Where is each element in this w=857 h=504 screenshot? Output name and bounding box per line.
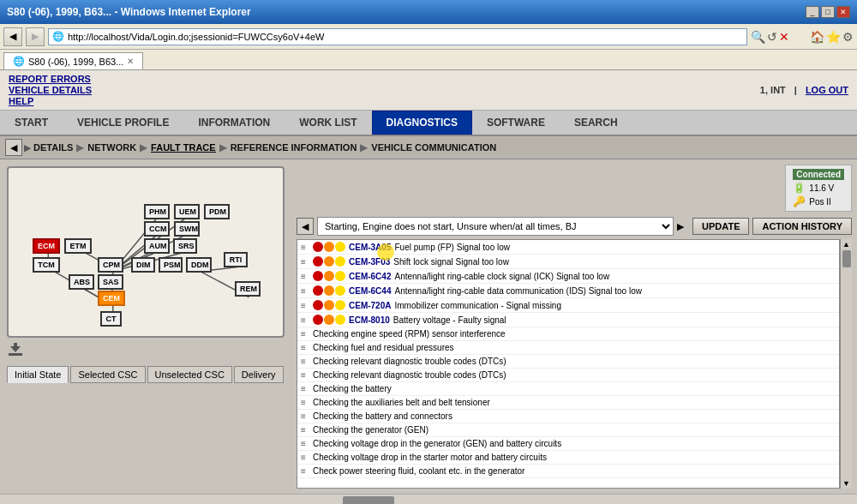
key-icon: 🔑 — [793, 195, 806, 207]
close-button[interactable]: ✕ — [836, 6, 850, 18]
fault-list-item[interactable]: ≡Checking engine speed (RPM) sensor inte… — [297, 327, 839, 341]
forward-button[interactable]: ▶ — [26, 27, 45, 46]
bottom-scrollbar[interactable] — [0, 494, 857, 504]
uem-node[interactable]: UEM — [174, 204, 200, 219]
tab-close-button[interactable]: ✕ — [127, 57, 134, 66]
sub-nav-reference[interactable]: REFERENCE INFORMATION — [231, 142, 357, 153]
condition-prev-button[interactable]: ◀ — [297, 218, 314, 235]
error-icon-yellow — [335, 271, 345, 281]
swm-node[interactable]: SWM — [174, 221, 200, 237]
abs-node[interactable]: ABS — [69, 274, 94, 290]
main-nav: START VEHICLE PROFILE INFORMATION WORK L… — [0, 111, 857, 136]
fault-list-item[interactable]: ≡ CEM-3F03 Shift lock signal Signal too … — [297, 255, 839, 269]
condition-select[interactable]: Starting, Engine does not start, Unsure … — [317, 217, 674, 236]
minimize-button[interactable]: _ — [806, 6, 819, 18]
connected-status: Connected 🔋 11.6 V 🔑 Pos II — [785, 165, 852, 212]
logout-link[interactable]: LOG OUT — [806, 85, 848, 95]
scroll-down-button[interactable]: ▼ — [842, 479, 850, 488]
fault-list-item[interactable]: ≡ CEM-6C42 Antenna/light ring-cable cloc… — [297, 269, 839, 284]
cem-node[interactable]: CEM — [98, 291, 125, 306]
fault-list-item[interactable]: ≡Checking relevant diagnostic trouble co… — [297, 369, 839, 382]
error-icon-yellow — [335, 300, 345, 310]
back-button[interactable]: ◀ — [3, 27, 22, 46]
initial-state-tab[interactable]: Initial State — [7, 366, 69, 383]
fault-list-item[interactable]: ≡Checking voltage drop in the starter mo… — [297, 451, 839, 465]
sas-node[interactable]: SAS — [98, 274, 123, 290]
report-errors-link[interactable]: REPORT ERRORS — [9, 74, 92, 84]
fault-list-item[interactable]: ≡Checking fuel and residual pressures — [297, 341, 839, 355]
fault-list-item[interactable]: ≡ ECM-8010 Battery voltage - Faulty sign… — [297, 313, 839, 327]
download-icon[interactable] — [7, 341, 285, 361]
position-value: Pos II — [809, 197, 831, 207]
favorites-icon[interactable]: ⭐ — [826, 30, 841, 44]
fault-list-item[interactable]: ≡Checking the battery — [297, 382, 839, 396]
scroll-thumb[interactable] — [842, 250, 851, 267]
sub-nav-prev[interactable]: ◀ — [5, 139, 22, 156]
address-input[interactable] — [68, 32, 743, 42]
scroll-up-button[interactable]: ▲ — [842, 240, 850, 249]
download-svg — [7, 341, 24, 358]
fault-list-item[interactable]: ≡Checking voltage drop in the generator … — [297, 437, 839, 451]
settings-icon[interactable]: ⚙ — [842, 30, 854, 44]
update-button[interactable]: UPDATE — [692, 218, 749, 235]
tab-vehicle-profile[interactable]: VEHICLE PROFILE — [63, 111, 183, 135]
srs-node[interactable]: SRS — [173, 238, 197, 254]
fault-description: Checking the auxiliaries belt and belt t… — [313, 398, 836, 407]
fault-description: Antenna/light ring-cable data communicat… — [394, 286, 836, 296]
svg-rect-16 — [9, 353, 22, 356]
psm-node[interactable]: PSM — [159, 257, 183, 273]
help-link[interactable]: HELP — [9, 96, 92, 106]
h-scroll-thumb[interactable] — [343, 496, 394, 505]
fault-list-item[interactable]: ≡Check power steering fluid, coolant etc… — [297, 465, 839, 478]
cpm-node[interactable]: CPM — [98, 257, 123, 273]
search-icon[interactable]: 🔍 — [751, 30, 765, 44]
tab-diagnostics[interactable]: DIAGNOSTICS — [372, 111, 472, 135]
unselected-csc-tab[interactable]: Unselected CSC — [147, 366, 232, 383]
ddm-node[interactable]: DDM — [186, 257, 212, 273]
dim-node[interactable]: DIM — [131, 257, 155, 273]
sub-nav-details[interactable]: ▶ DETAILS — [24, 142, 73, 153]
error-icon-yellow — [335, 256, 345, 267]
stop-icon[interactable]: ✕ — [779, 30, 789, 44]
aum-node[interactable]: AUM — [144, 238, 170, 254]
tab-work-list[interactable]: WORK LIST — [285, 111, 371, 135]
fault-list-item[interactable]: ≡ CEM-6C44 Antenna/light ring-cable data… — [297, 284, 839, 298]
fault-description: Fuel pump (FP) Signal too low — [394, 243, 836, 252]
tcm-node[interactable]: TCM — [33, 257, 60, 273]
condition-expand-icon[interactable]: ▶ — [677, 218, 689, 235]
refresh-icon[interactable]: ↺ — [767, 30, 777, 44]
sub-nav-vehicle-comm[interactable]: VEHICLE COMMUNICATION — [371, 142, 496, 153]
sub-nav-fault-trace[interactable]: FAULT TRACE — [151, 142, 216, 153]
sub-nav-network[interactable]: NETWORK — [87, 142, 136, 153]
vertical-scrollbar[interactable]: ▲ ▼ — [840, 239, 852, 489]
pdm-node[interactable]: PDM — [204, 204, 230, 219]
fault-list-item[interactable]: ≡Checking the auxiliaries belt and belt … — [297, 396, 839, 410]
delivery-tab[interactable]: Delivery — [234, 366, 284, 383]
fault-description: Immobilizer communication - Signal missi… — [394, 301, 836, 310]
tab-start[interactable]: START — [0, 111, 63, 135]
home-icon[interactable]: 🏠 — [810, 30, 824, 44]
rti-node[interactable]: RTI — [224, 252, 248, 267]
phm-node[interactable]: PHM — [144, 204, 170, 219]
rem-node[interactable]: REM — [235, 281, 261, 297]
tab-information[interactable]: INFORMATION — [183, 111, 285, 135]
tab-search[interactable]: SEARCH — [560, 111, 632, 135]
fault-list-item[interactable]: ≡Checking the battery and connectors — [297, 410, 839, 423]
browser-tab-active[interactable]: 🌐 S80 (-06), 1999, B63... ✕ — [3, 52, 143, 69]
action-history-button[interactable]: ACTION HISTORY — [752, 218, 852, 235]
tab-software[interactable]: SOFTWARE — [472, 111, 560, 135]
vehicle-details-link[interactable]: VEHICLE DETAILS — [9, 85, 92, 95]
fault-list-item[interactable]: ≡ CEM-720A Immobilizer communication - S… — [297, 298, 839, 313]
fault-list-item[interactable]: ≡Checking the generator (GEN) — [297, 423, 839, 437]
etm-node[interactable]: ETM — [64, 238, 92, 254]
ecm-node[interactable]: ECM — [33, 238, 60, 254]
sub-nav-network-label: NETWORK — [87, 142, 136, 153]
maximize-button[interactable]: □ — [821, 6, 835, 18]
list-line-icon: ≡ — [301, 439, 309, 448]
ct-node[interactable]: CT — [100, 311, 122, 327]
ccm-node[interactable]: CCM — [144, 221, 170, 237]
fault-list-item[interactable]: ≡ CEM-3A05 Fuel pump (FP) Signal too low — [297, 240, 839, 255]
list-line-icon: ≡ — [301, 286, 309, 296]
fault-list-item[interactable]: ≡Checking relevant diagnostic trouble co… — [297, 355, 839, 369]
selected-csc-tab[interactable]: Selected CSC — [70, 366, 145, 383]
